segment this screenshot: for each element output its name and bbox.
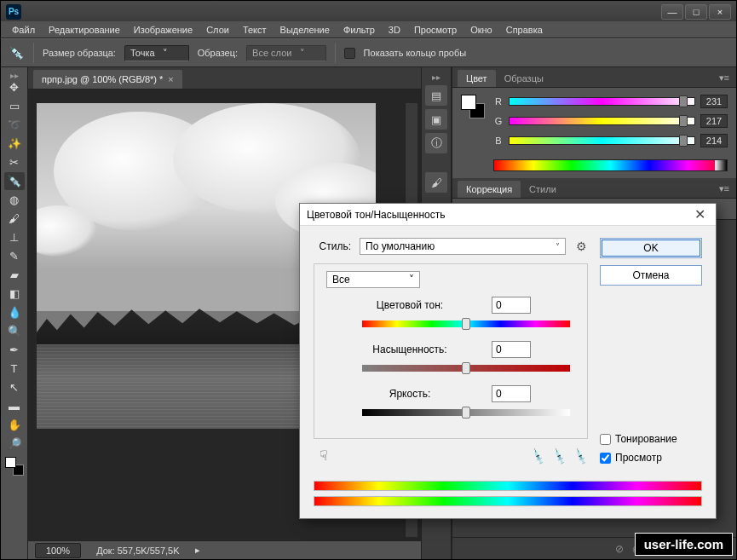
r-slider[interactable] bbox=[509, 97, 695, 106]
doc-size-label: Док: 557,5K/557,5K bbox=[96, 546, 179, 556]
saturation-slider[interactable] bbox=[362, 365, 570, 372]
b-slider[interactable] bbox=[509, 136, 695, 145]
close-icon[interactable]: × bbox=[168, 74, 173, 84]
tab-color[interactable]: Цвет bbox=[458, 70, 496, 87]
history-brush-tool[interactable]: ✎ bbox=[4, 247, 25, 265]
dialog-close-icon[interactable]: ✕ bbox=[691, 206, 709, 222]
hue-saturation-dialog: Цветовой тон/Насыщенность ✕ Стиль: По ум… bbox=[299, 203, 717, 519]
dialog-titlebar[interactable]: Цветовой тон/Насыщенность ✕ bbox=[300, 204, 716, 226]
document-tab[interactable]: прпр.jpg @ 100% (RGB/8*) * × bbox=[33, 70, 182, 89]
hue-slider[interactable] bbox=[362, 320, 570, 327]
g-label: G bbox=[493, 116, 504, 126]
gradient-tool[interactable]: ◧ bbox=[4, 285, 25, 303]
window-maximize-button[interactable]: □ bbox=[685, 4, 707, 20]
menu-edit[interactable]: Редактирование bbox=[43, 23, 126, 37]
window-close-button[interactable]: × bbox=[709, 4, 731, 20]
r-value[interactable]: 231 bbox=[700, 95, 728, 108]
window-minimize-button[interactable]: — bbox=[661, 4, 683, 20]
panel-fg-swatch[interactable] bbox=[461, 95, 476, 110]
g-value[interactable]: 217 bbox=[700, 114, 728, 128]
blur-tool[interactable]: 💧 bbox=[4, 303, 25, 321]
eyedropper-icon[interactable]: 💉 bbox=[529, 447, 547, 465]
show-ring-label: Показать кольцо пробы bbox=[364, 48, 467, 58]
eraser-tool[interactable]: ▰ bbox=[4, 266, 25, 284]
b-label: B bbox=[493, 136, 504, 146]
dodge-tool[interactable]: 🔍 bbox=[4, 322, 25, 340]
saturation-value[interactable]: 0 bbox=[492, 341, 531, 358]
hand-tool[interactable]: ✋ bbox=[4, 416, 25, 434]
magic-wand-tool[interactable]: ✨ bbox=[4, 135, 25, 153]
path-select-tool[interactable]: ↖ bbox=[4, 378, 25, 396]
eyedropper-minus-icon[interactable]: 💉 bbox=[572, 447, 590, 465]
eyedropper-tool[interactable]: 💉 bbox=[4, 172, 25, 190]
status-caret-icon[interactable]: ▸ bbox=[195, 545, 200, 556]
range-select[interactable]: Все˅ bbox=[326, 271, 420, 288]
history-panel-icon[interactable]: ▤ bbox=[425, 85, 447, 106]
menu-select[interactable]: Выделение bbox=[274, 23, 336, 37]
eyedropper-plus-icon[interactable]: 💉 bbox=[550, 447, 568, 465]
preview-checkbox[interactable]: Просмотр bbox=[600, 452, 702, 464]
tab-styles[interactable]: Стили bbox=[521, 181, 565, 198]
marquee-tool[interactable]: ▭ bbox=[4, 97, 25, 115]
eyedropper-icon: 💉 bbox=[8, 44, 25, 61]
tab-adjustments[interactable]: Коррекция bbox=[458, 181, 521, 198]
menu-view[interactable]: Просмотр bbox=[408, 23, 463, 37]
sample-size-select[interactable]: Точка ˅ bbox=[124, 45, 189, 61]
lightness-value[interactable]: 0 bbox=[492, 385, 531, 402]
lightness-slider[interactable] bbox=[362, 409, 570, 416]
info-panel-icon[interactable]: ⓘ bbox=[425, 133, 447, 153]
shape-tool[interactable]: ▬ bbox=[4, 397, 25, 415]
brushes-panel-icon[interactable]: 🖌 bbox=[425, 172, 447, 193]
menu-filter[interactable]: Фильтр bbox=[337, 23, 381, 37]
zoom-tool[interactable]: 🔎 bbox=[4, 435, 25, 453]
ok-button[interactable]: OK bbox=[600, 238, 702, 258]
document-tabs: прпр.jpg @ 100% (RGB/8*) * × bbox=[28, 67, 421, 89]
menu-3d[interactable]: 3D bbox=[383, 23, 406, 37]
watermark: user-life.com bbox=[635, 533, 733, 556]
pen-tool[interactable]: ✒ bbox=[4, 341, 25, 359]
crop-tool[interactable]: ✂ bbox=[4, 153, 25, 171]
menu-file[interactable]: Файл bbox=[6, 23, 41, 37]
menu-help[interactable]: Справка bbox=[500, 23, 549, 37]
panel-swatch-pair[interactable] bbox=[461, 95, 485, 118]
toolbox-collapse-icon[interactable]: ▸▸ bbox=[4, 71, 25, 78]
healing-brush-tool[interactable]: ◍ bbox=[4, 191, 25, 209]
menu-window[interactable]: Окно bbox=[464, 23, 498, 37]
panel-menu-icon[interactable]: ▾≡ bbox=[712, 69, 736, 87]
gear-icon[interactable]: ⚙ bbox=[574, 240, 588, 253]
g-slider[interactable] bbox=[509, 117, 695, 125]
tab-swatches[interactable]: Образцы bbox=[496, 70, 552, 87]
color-panel: Цвет Образцы ▾≡ R 231 G bbox=[452, 67, 736, 178]
menu-text[interactable]: Текст bbox=[237, 23, 273, 37]
dock-collapse-icon[interactable]: ▸▸ bbox=[432, 72, 440, 82]
separator bbox=[33, 43, 34, 63]
zoom-field[interactable]: 100% bbox=[35, 543, 81, 558]
status-bar: 100% Док: 557,5K/557,5K ▸ bbox=[28, 540, 421, 559]
show-ring-checkbox[interactable] bbox=[344, 48, 355, 59]
type-tool[interactable]: T bbox=[4, 360, 25, 378]
scrubby-hand-icon[interactable]: ☟ bbox=[314, 447, 334, 464]
stamp-tool[interactable]: ⊥ bbox=[4, 228, 25, 246]
sample-layers-select[interactable]: Все слои ˅ bbox=[246, 45, 326, 61]
style-select[interactable]: По умолчанию˅ bbox=[360, 238, 566, 255]
lasso-tool[interactable]: ➰ bbox=[4, 116, 25, 134]
hue-bar-before bbox=[314, 481, 702, 491]
hue-bar-after bbox=[314, 496, 702, 506]
color-swatch-pair[interactable] bbox=[5, 457, 24, 476]
b-value[interactable]: 214 bbox=[700, 134, 728, 147]
menu-layers[interactable]: Слои bbox=[200, 23, 235, 37]
link-icon[interactable]: ⊘ bbox=[615, 543, 624, 555]
menu-image[interactable]: Изображение bbox=[128, 23, 199, 37]
ps-logo-icon: Ps bbox=[6, 4, 21, 20]
cancel-button[interactable]: Отмена bbox=[600, 265, 702, 286]
hue-value[interactable]: 0 bbox=[492, 297, 531, 314]
move-tool[interactable]: ✥ bbox=[4, 78, 25, 96]
panel-menu-icon[interactable]: ▾≡ bbox=[712, 180, 736, 198]
colorize-checkbox[interactable]: Тонирование bbox=[600, 433, 702, 445]
brush-tool[interactable]: 🖌 bbox=[4, 210, 25, 228]
foreground-swatch[interactable] bbox=[5, 457, 16, 468]
hue-label: Цветовой тон: bbox=[362, 299, 458, 311]
properties-panel-icon[interactable]: ▣ bbox=[425, 109, 447, 130]
r-label: R bbox=[493, 96, 504, 107]
color-spectrum[interactable] bbox=[493, 159, 728, 171]
